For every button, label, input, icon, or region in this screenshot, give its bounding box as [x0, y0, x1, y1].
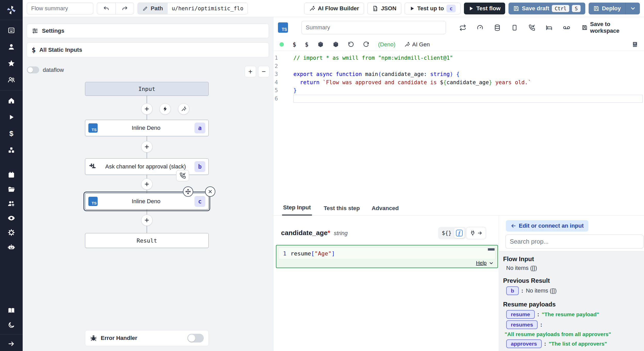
robot-icon[interactable] — [0, 240, 23, 254]
resumes-desc: "All resume payloads from all approvers" — [505, 331, 640, 337]
json-button[interactable]: JSON — [367, 3, 401, 14]
ai-gen-button[interactable]: AI Gen — [404, 41, 430, 48]
dollar-icon[interactable]: $ — [0, 125, 23, 142]
deploy-more-button[interactable] — [625, 3, 640, 14]
deploy-button[interactable]: Deploy — [589, 3, 625, 14]
delete-step-button[interactable] — [205, 186, 215, 197]
add-trigger-button[interactable] — [159, 103, 171, 115]
expression-editor[interactable]: 1 resume["Age"] Help — [276, 245, 498, 268]
settings-gear-icon[interactable] — [0, 225, 23, 240]
voicemail-icon[interactable] — [563, 24, 570, 31]
folder-icon[interactable] — [0, 182, 23, 196]
package-icon[interactable] — [317, 41, 324, 48]
test-up-to-button[interactable]: Test up to c — [405, 3, 461, 14]
dollar-icon: $ — [32, 46, 36, 54]
search-prop-input[interactable] — [505, 235, 643, 249]
play-icon[interactable] — [0, 109, 23, 125]
sleep-bed-icon[interactable] — [546, 24, 553, 31]
book-icon[interactable] — [0, 303, 23, 318]
dataflow-toggle[interactable] — [27, 66, 39, 73]
prop-key-b[interactable]: b — [506, 286, 519, 295]
ai-flow-builder-button[interactable]: AI Flow Builder — [304, 3, 364, 14]
add-step-button[interactable] — [141, 178, 152, 190]
tab-step-input[interactable]: Step Input — [282, 204, 312, 216]
param-type: string — [334, 230, 348, 236]
redo-button[interactable] — [115, 3, 134, 14]
kbd-s: S — [572, 5, 580, 12]
suspend-phone-icon[interactable] — [528, 24, 535, 31]
calendar-icon[interactable] — [0, 168, 23, 182]
top-toolbar: Path u/henri/optimistic_flo AI Flow Buil… — [23, 0, 644, 17]
expr-scrollbar[interactable] — [488, 248, 495, 251]
collapse-arrow-icon[interactable] — [0, 337, 23, 351]
prop-key-approvers[interactable]: approvers — [506, 339, 542, 348]
required-mark: * — [328, 229, 330, 237]
flow-settings-row[interactable]: Settings — [27, 24, 269, 38]
plus-icon — [144, 144, 150, 150]
reset-icon[interactable] — [348, 41, 354, 48]
flow-node-b[interactable]: Ask channel for approval (slack) b — [85, 158, 209, 175]
home-icon[interactable] — [0, 92, 23, 109]
function-mode-button[interactable]: ƒ — [454, 228, 464, 238]
users-cog-icon[interactable] — [0, 196, 23, 211]
app-window-icon[interactable] — [0, 22, 23, 39]
move-step-button[interactable] — [183, 186, 193, 197]
edit-or-connect-button[interactable]: Edit or connect an input — [506, 220, 588, 232]
expression-line[interactable]: 1 resume["Age"] — [278, 247, 495, 259]
add-step-button[interactable] — [141, 103, 152, 115]
cache-database-icon[interactable] — [494, 24, 501, 31]
zoom-in-button[interactable]: + — [245, 66, 256, 77]
suspend-approval-badge[interactable] — [176, 170, 189, 181]
tab-advanced[interactable]: Advanced — [372, 205, 399, 215]
all-static-inputs-row[interactable]: $ All Static Inputs — [27, 42, 269, 57]
step-id-badge: b — [194, 161, 205, 172]
tab-test-this-step[interactable]: Test this step — [324, 205, 360, 215]
ai-add-step-button[interactable] — [178, 103, 189, 115]
assets-icon[interactable]: $ — [293, 41, 296, 48]
save-draft-button[interactable]: Save draft Ctrl S — [509, 3, 585, 14]
variables-icon[interactable]: $ — [305, 41, 309, 48]
retry-icon[interactable] — [459, 24, 466, 31]
path-value[interactable]: u/henri/optimistic_flo — [168, 3, 248, 14]
deploy-split-button: Deploy — [589, 3, 640, 14]
flow-node-a[interactable]: TS Inline Deno a — [85, 120, 209, 136]
code-editor[interactable]: 123456 // import * as wmill from "npm:wi… — [273, 51, 644, 201]
flow-node-input[interactable]: Input — [85, 82, 209, 96]
add-step-button[interactable] — [141, 141, 152, 152]
moon-icon[interactable] — [0, 318, 23, 332]
star-icon[interactable] — [0, 55, 23, 72]
arrow-right-icon — [477, 230, 482, 236]
windmill-logo[interactable] — [0, 0, 23, 20]
prop-key-resumes[interactable]: resumes — [506, 320, 538, 329]
zoom-out-button[interactable]: − — [258, 66, 269, 77]
error-handler-row[interactable]: Error Handler — [85, 330, 209, 346]
flow-node-result[interactable]: Result — [85, 233, 209, 248]
undo-button[interactable] — [97, 3, 115, 14]
package-icon[interactable] — [333, 41, 339, 48]
add-step-button[interactable] — [141, 215, 152, 226]
timeout-gauge-icon[interactable] — [477, 24, 484, 31]
test-flow-button[interactable]: Test flow — [464, 3, 505, 14]
expr-code: resume["Age"] — [291, 250, 335, 257]
save-to-workspace-button[interactable]: Save to workspace — [582, 21, 640, 34]
windmill-flow-editor: $ — [0, 0, 644, 351]
boxes-icon[interactable] — [0, 142, 23, 158]
connect-input-button[interactable] — [466, 227, 486, 239]
library-icon[interactable] — [632, 41, 638, 48]
expr-help[interactable]: Help — [476, 260, 494, 266]
language-label[interactable]: (Deno) — [378, 41, 395, 48]
refresh-icon[interactable] — [363, 41, 369, 48]
step-summary-input[interactable] — [301, 21, 446, 34]
code-lines: // import * as wmill from "npm:windmill-… — [293, 54, 643, 103]
prop-key-resume[interactable]: resume — [506, 310, 535, 319]
mock-icon[interactable] — [511, 24, 518, 31]
plus-icon — [144, 217, 150, 223]
path-field[interactable]: Path u/henri/optimistic_flo — [138, 3, 248, 14]
eye-icon[interactable] — [0, 211, 23, 225]
previous-result-title: Previous Result — [503, 277, 640, 284]
user-icon[interactable] — [0, 39, 23, 55]
users-icon[interactable] — [0, 72, 23, 88]
error-handler-toggle[interactable] — [187, 334, 204, 343]
flow-summary-input[interactable] — [27, 3, 93, 14]
template-mode-button[interactable]: ${} — [442, 230, 452, 236]
